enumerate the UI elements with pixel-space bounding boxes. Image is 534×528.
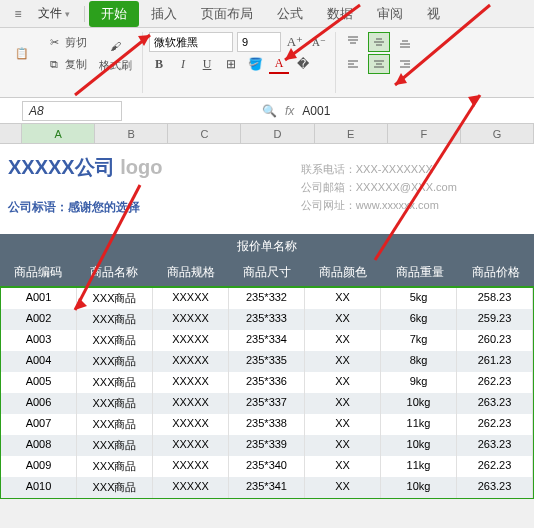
quote-cell[interactable]: 262.23 [457,372,533,393]
quote-cell[interactable]: 235*332 [229,288,305,309]
quote-cell[interactable]: 235*336 [229,372,305,393]
quote-cell[interactable]: 5kg [381,288,457,309]
quote-row[interactable]: A003XXX商品XXXXX235*334XX7kg260.23 [1,330,533,351]
quote-cell[interactable]: 262.23 [457,456,533,477]
quote-cell[interactable]: XXX商品 [77,477,153,498]
quote-cell[interactable]: XXX商品 [77,309,153,330]
quote-cell[interactable]: A006 [1,393,77,414]
quote-cell[interactable]: XXXXX [153,435,229,456]
quote-cell[interactable]: XXX商品 [77,456,153,477]
quote-cell[interactable]: 235*334 [229,330,305,351]
quote-cell[interactable]: 235*341 [229,477,305,498]
quote-cell[interactable]: A002 [1,309,77,330]
align-right-button[interactable] [394,54,416,74]
column-header[interactable]: G [461,124,534,143]
quote-cell[interactable]: 259.23 [457,309,533,330]
underline-button[interactable]: U [197,54,217,74]
quote-cell[interactable]: 262.23 [457,414,533,435]
quote-cell[interactable]: 260.23 [457,330,533,351]
column-header[interactable]: B [95,124,168,143]
quote-cell[interactable]: 9kg [381,372,457,393]
font-size-select[interactable] [237,32,281,52]
quote-cell[interactable]: 7kg [381,330,457,351]
quote-row[interactable]: A007XXX商品XXXXX235*338XX11kg262.23 [1,414,533,435]
fx-icon[interactable]: fx [285,104,294,118]
quote-row[interactable]: A004XXX商品XXXXX235*335XX8kg261.23 [1,351,533,372]
quote-cell[interactable]: XXXXX [153,414,229,435]
worksheet[interactable]: XXXXX公司 logo 公司标语：感谢您的选择 联系电话：XXX-XXXXXX… [0,144,534,499]
menu-icon[interactable]: ≡ [8,4,28,24]
quote-cell[interactable]: XXXXX [153,372,229,393]
select-all-corner[interactable] [0,124,22,143]
quote-cell[interactable]: 235*333 [229,309,305,330]
paste-button[interactable]: 📋 [6,40,38,68]
quote-cell[interactable]: 10kg [381,393,457,414]
quote-cell[interactable]: XX [305,477,381,498]
search-icon[interactable]: 🔍 [262,104,277,118]
quote-cell[interactable]: XX [305,435,381,456]
quote-cell[interactable]: A004 [1,351,77,372]
quote-cell[interactable]: 6kg [381,309,457,330]
tab-file[interactable]: 文件 [28,1,80,26]
quote-cell[interactable]: XXXXX [153,393,229,414]
quote-cell[interactable]: 235*337 [229,393,305,414]
bold-button[interactable]: B [149,54,169,74]
quote-cell[interactable]: 258.23 [457,288,533,309]
quote-cell[interactable]: XXXXX [153,456,229,477]
quote-cell[interactable]: A010 [1,477,77,498]
format-painter-button[interactable]: 🖌 格式刷 [95,32,136,75]
column-header[interactable]: D [241,124,314,143]
column-header[interactable]: F [388,124,461,143]
quote-row[interactable]: A005XXX商品XXXXX235*336XX9kg262.23 [1,372,533,393]
quote-cell[interactable]: XXXXX [153,351,229,372]
quote-row[interactable]: A008XXX商品XXXXX235*339XX10kg263.23 [1,435,533,456]
quote-cell[interactable]: 263.23 [457,435,533,456]
cut-button[interactable]: ✂ 剪切 [42,33,91,53]
tab-review[interactable]: 审阅 [365,1,415,27]
quote-cell[interactable]: XXXXX [153,330,229,351]
align-top-button[interactable] [342,32,364,52]
align-bottom-button[interactable] [394,32,416,52]
borders-button[interactable]: ⊞ [221,54,241,74]
tab-layout[interactable]: 页面布局 [189,1,265,27]
quote-row[interactable]: A010XXX商品XXXXX235*341XX10kg263.23 [1,477,533,498]
quote-cell[interactable]: A003 [1,330,77,351]
quote-row[interactable]: A002XXX商品XXXXX235*333XX6kg259.23 [1,309,533,330]
name-box[interactable]: A8 [22,101,122,121]
quote-cell[interactable]: XX [305,414,381,435]
quote-row[interactable]: A009XXX商品XXXXX235*340XX11kg262.23 [1,456,533,477]
quote-cell[interactable]: 11kg [381,414,457,435]
quote-cell[interactable]: XX [305,309,381,330]
tab-home[interactable]: 开始 [89,1,139,27]
tab-data[interactable]: 数据 [315,1,365,27]
column-header[interactable]: C [168,124,241,143]
quote-cell[interactable]: XX [305,456,381,477]
quote-cell[interactable]: 261.23 [457,351,533,372]
quote-cell[interactable]: A009 [1,456,77,477]
tab-formula[interactable]: 公式 [265,1,315,27]
quote-cell[interactable]: A001 [1,288,77,309]
quote-cell[interactable]: 8kg [381,351,457,372]
quote-cell[interactable]: A008 [1,435,77,456]
increase-font-button[interactable]: A⁺ [285,32,305,52]
quote-cell[interactable]: 10kg [381,435,457,456]
quote-cell[interactable]: 235*335 [229,351,305,372]
font-name-select[interactable] [149,32,233,52]
formula-input[interactable]: A001 [302,104,330,118]
quote-cell[interactable]: XX [305,372,381,393]
quote-cell[interactable]: 263.23 [457,393,533,414]
decrease-font-button[interactable]: A⁻ [309,32,329,52]
font-color-button[interactable]: A [269,54,289,74]
quote-cell[interactable]: 235*339 [229,435,305,456]
quote-cell[interactable]: 235*338 [229,414,305,435]
quote-cell[interactable]: XXX商品 [77,330,153,351]
quote-cell[interactable]: 11kg [381,456,457,477]
quote-cell[interactable]: XXX商品 [77,414,153,435]
quote-cell[interactable]: XX [305,330,381,351]
quote-cell[interactable]: XXXXX [153,288,229,309]
column-header[interactable]: A [22,124,95,143]
fill-color-button[interactable]: 🪣 [245,54,265,74]
quote-row[interactable]: A006XXX商品XXXXX235*337XX10kg263.23 [1,393,533,414]
tab-view[interactable]: 视 [415,1,452,27]
quote-cell[interactable]: XXXXX [153,309,229,330]
